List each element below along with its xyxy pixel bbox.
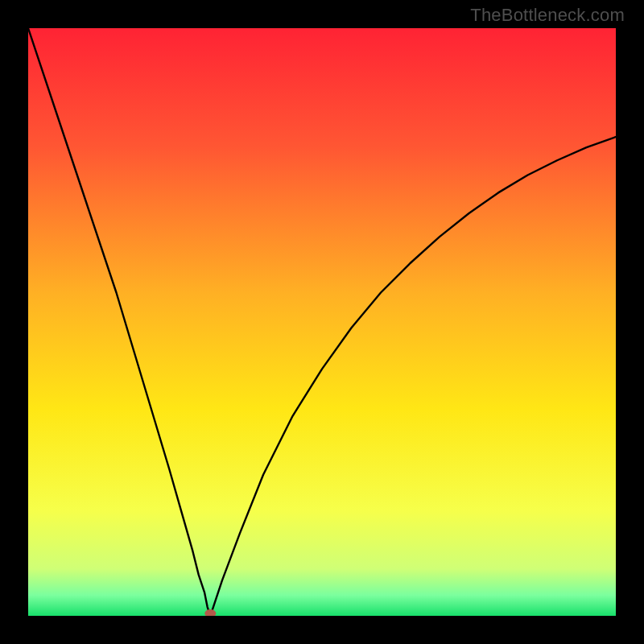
minimum-marker	[204, 609, 216, 616]
bottleneck-curve	[28, 28, 616, 616]
plot-area	[28, 28, 616, 616]
watermark-text: TheBottleneck.com	[470, 5, 625, 26]
chart-frame: TheBottleneck.com	[0, 0, 644, 644]
curve-layer	[28, 28, 616, 616]
